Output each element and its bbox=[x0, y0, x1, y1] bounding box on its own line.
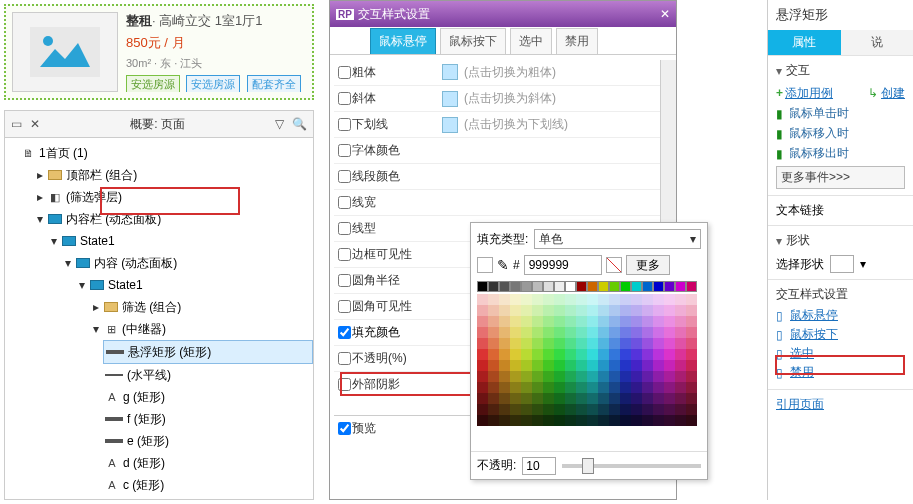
redbox-hover-highlight bbox=[775, 355, 905, 375]
chk-bordervis[interactable] bbox=[338, 248, 351, 261]
color-picker: 填充类型: 单色▾ ✎ # 更多 不透明: bbox=[470, 222, 708, 480]
select-shape-label: 选择形状 bbox=[776, 256, 824, 273]
search-icon[interactable]: 🔍 bbox=[292, 117, 307, 131]
event-mouseleave[interactable]: ▮鼠标移出时 bbox=[776, 145, 905, 162]
listing-card: 整租· 高崎立交 1室1厅1 850元 / 月 30m² · 东 · 江头 安选… bbox=[4, 4, 314, 100]
event-click[interactable]: ▮鼠标单击时 bbox=[776, 105, 905, 122]
ref-page-link[interactable]: 引用页面 bbox=[776, 397, 824, 411]
tree-hover-shape[interactable]: 悬浮矩形 (矩形) bbox=[103, 340, 313, 364]
event-mouseenter[interactable]: ▮鼠标移入时 bbox=[776, 125, 905, 142]
chk-bold[interactable] bbox=[338, 66, 351, 79]
chk-fontcolor[interactable] bbox=[338, 144, 351, 157]
tree-filter-group[interactable]: ▸筛选 (组合) bbox=[89, 296, 313, 318]
section-shape: 形状 bbox=[786, 232, 810, 249]
inspector-tab-notes[interactable]: 说 bbox=[841, 30, 914, 55]
dialog-tabs: 鼠标悬停 鼠标按下 选中 禁用 bbox=[330, 27, 676, 55]
tree-homepage[interactable]: 🗎1首页 (1) bbox=[19, 142, 313, 164]
inspector-panel: 悬浮矩形 属性 说 ▾交互 +添加用例 ↳ 创建 ▮鼠标单击时 ▮鼠标移入时 ▮… bbox=[767, 0, 913, 500]
diag-icon[interactable] bbox=[606, 257, 622, 273]
tree-e[interactable]: e (矩形) bbox=[103, 430, 313, 452]
section-textlink: 文本链接 bbox=[776, 203, 824, 217]
outline-close-icon[interactable]: ✕ bbox=[30, 117, 40, 131]
chk-underline[interactable] bbox=[338, 118, 351, 131]
chk-linestyle[interactable] bbox=[338, 222, 351, 235]
tab-hover[interactable]: 鼠标悬停 bbox=[370, 28, 436, 54]
chk-opacity[interactable] bbox=[338, 352, 351, 365]
eyedropper-icon[interactable]: ✎ bbox=[497, 257, 509, 273]
intstyle-down[interactable]: ▯鼠标按下 bbox=[776, 326, 905, 343]
chevron-down-icon: ▾ bbox=[860, 257, 866, 271]
chk-radiusvis[interactable] bbox=[338, 300, 351, 313]
tag-3: 配套齐全 bbox=[247, 75, 301, 92]
thumbnail bbox=[12, 12, 118, 92]
tag-1: 安选房源 bbox=[126, 75, 180, 92]
create-link[interactable]: 创建 bbox=[881, 86, 905, 100]
opacity-input[interactable] bbox=[522, 457, 556, 475]
listing-title: 整租· 高崎立交 1室1厅1 bbox=[126, 12, 306, 30]
redbox-fill-highlight bbox=[340, 372, 480, 396]
no-fill-icon[interactable] bbox=[477, 257, 493, 273]
app-logo-icon: RP bbox=[336, 9, 354, 20]
intstyle-hover[interactable]: ▯鼠标悬停 bbox=[776, 307, 905, 324]
tab-mousedown[interactable]: 鼠标按下 bbox=[440, 28, 506, 54]
chk-linecolor[interactable] bbox=[338, 170, 351, 183]
section-intstyle: 交互样式设置 bbox=[776, 286, 905, 303]
section-interact: 交互 bbox=[786, 62, 810, 79]
tree-repeater[interactable]: ▾⊞(中继器) bbox=[89, 318, 313, 340]
tree-b[interactable]: Ab (矩形) bbox=[103, 496, 313, 500]
hex-hash: # bbox=[513, 258, 520, 272]
chk-fill[interactable] bbox=[338, 326, 351, 339]
dialog-title: 交互样式设置 bbox=[358, 6, 430, 23]
redbox-tree-highlight bbox=[100, 187, 240, 215]
tree-g[interactable]: Ag (矩形) bbox=[103, 386, 313, 408]
opacity-label: 不透明: bbox=[477, 457, 516, 474]
tree-state1b[interactable]: ▾State1 bbox=[75, 274, 313, 296]
listing-price: 850元 / 月 bbox=[126, 34, 306, 52]
chevron-down-icon: ▾ bbox=[690, 232, 696, 246]
close-icon[interactable]: ✕ bbox=[660, 7, 670, 21]
inspector-title: 悬浮矩形 bbox=[768, 0, 913, 30]
add-case-link[interactable]: 添加用例 bbox=[785, 86, 833, 100]
tab-selected[interactable]: 选中 bbox=[510, 28, 552, 54]
inspector-tab-props[interactable]: 属性 bbox=[768, 30, 841, 55]
chk-linewidth[interactable] bbox=[338, 196, 351, 209]
shape-dropdown[interactable] bbox=[830, 255, 854, 273]
tree-state1a[interactable]: ▾State1 bbox=[47, 230, 313, 252]
dialog-titlebar[interactable]: RP 交互样式设置 ✕ bbox=[330, 1, 676, 27]
outline-collapse-icon[interactable]: ▭ bbox=[11, 117, 22, 131]
more-events-button[interactable]: 更多事件>>> bbox=[776, 166, 905, 189]
tree-d[interactable]: Ad (矩形) bbox=[103, 452, 313, 474]
tab-disabled[interactable]: 禁用 bbox=[556, 28, 598, 54]
svg-rect-0 bbox=[30, 27, 100, 77]
outline-title: 概要: 页面 bbox=[40, 116, 275, 133]
chk-radius[interactable] bbox=[338, 274, 351, 287]
fill-type-select[interactable]: 单色▾ bbox=[534, 229, 701, 249]
more-colors-button[interactable]: 更多 bbox=[626, 255, 670, 275]
listing-subtitle: 30m² · 东 · 江头 bbox=[126, 56, 306, 71]
filter-icon[interactable]: ▽ bbox=[275, 117, 284, 131]
color-swatches[interactable] bbox=[471, 281, 707, 426]
opacity-slider[interactable] bbox=[562, 464, 701, 468]
tree-f[interactable]: f (矩形) bbox=[103, 408, 313, 430]
tree-content-dyn[interactable]: ▾内容 (动态面板) bbox=[61, 252, 313, 274]
svg-point-2 bbox=[43, 36, 53, 46]
fill-type-label: 填充类型: bbox=[477, 231, 528, 248]
tag-2: 安选房源 bbox=[186, 75, 240, 92]
chk-preview[interactable] bbox=[338, 422, 351, 435]
tree-c[interactable]: Ac (矩形) bbox=[103, 474, 313, 496]
hex-input[interactable] bbox=[524, 255, 602, 275]
chk-italic[interactable] bbox=[338, 92, 351, 105]
outline-header: ▭ ✕ 概要: 页面 ▽ 🔍 bbox=[4, 110, 314, 138]
tree-hline[interactable]: (水平线) bbox=[103, 364, 313, 386]
tree-top-group[interactable]: ▸顶部栏 (组合) bbox=[33, 164, 313, 186]
